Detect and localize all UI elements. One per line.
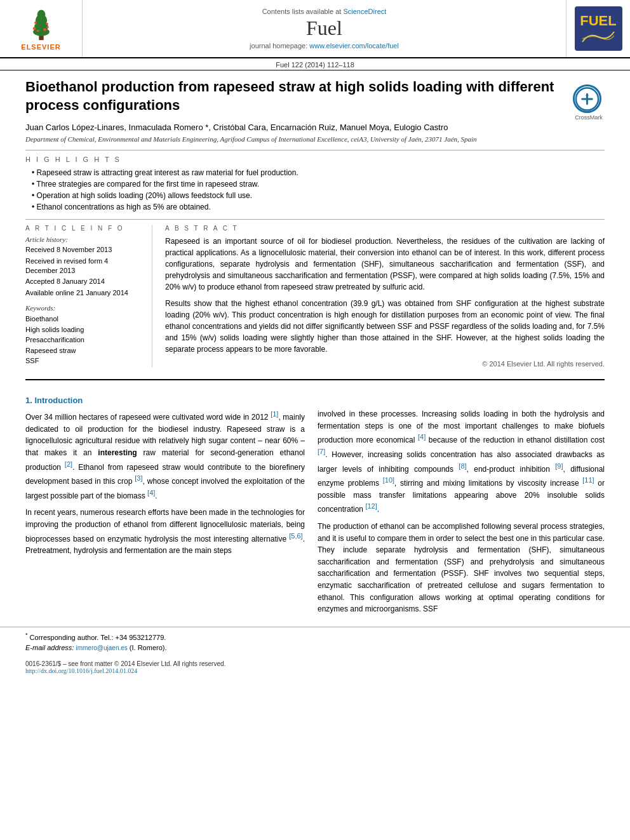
ref-3[interactable]: [3] bbox=[135, 474, 142, 482]
abstract-paragraph-2: Results show that the highest ethanol co… bbox=[165, 298, 605, 355]
divider-after-highlights bbox=[25, 219, 605, 220]
accepted-date: Accepted 8 January 2014 bbox=[25, 277, 142, 286]
intro-p4: The production of ethanol can be accompl… bbox=[318, 521, 605, 615]
ref-8[interactable]: [8] bbox=[459, 462, 466, 470]
elsevier-logo-box: ELSEVIER bbox=[0, 0, 83, 57]
history-label: Article history: bbox=[25, 236, 142, 243]
fuel-logo-graphic bbox=[579, 29, 617, 45]
contents-list-text: Contents lists available at bbox=[262, 8, 344, 15]
journal-homepage-line: journal homepage: www.elsevier.com/locat… bbox=[250, 42, 399, 50]
svg-point-9 bbox=[34, 22, 37, 24]
thick-divider bbox=[25, 379, 605, 380]
highlight-item-3: Operation at high solids loading (20%) a… bbox=[32, 190, 605, 201]
highlight-item-1: Rapeseed straw is attracting great inter… bbox=[32, 167, 605, 178]
intro-left-text: Over 34 million hectares of rapeseed wer… bbox=[25, 409, 305, 557]
ref-4[interactable]: [4] bbox=[147, 489, 155, 497]
intro-p3: involved in these processes. Increasing … bbox=[318, 408, 605, 516]
svg-point-8 bbox=[46, 26, 49, 29]
footer-notes: * Corresponding author. Tel.: +34 953212… bbox=[0, 627, 630, 657]
abstract-section: A B S T R A C T Rapeseed is an important… bbox=[165, 225, 605, 368]
page-wrapper: ELSEVIER Contents lists available at Sci… bbox=[0, 0, 630, 840]
authors-line: Juan Carlos López-Linares, Inmaculada Ro… bbox=[25, 123, 605, 132]
footnote-email-link[interactable]: immero@ujaen.es bbox=[76, 644, 127, 651]
footnote-email-person: (I. Romero). bbox=[130, 644, 167, 651]
article-info-label: A R T I C L E I N F O bbox=[25, 225, 142, 232]
available-date: Available online 21 January 2014 bbox=[25, 288, 142, 298]
footnote-corresponding-text: Corresponding author. Tel.: +34 95321277… bbox=[30, 633, 166, 641]
issue-line: Fuel 122 (2014) 112–118 bbox=[0, 58, 630, 70]
keyword-5: SSF bbox=[25, 356, 142, 366]
fuel-logo: FUEL bbox=[575, 6, 622, 51]
received-date: Received 8 November 2013 bbox=[25, 245, 142, 255]
keyword-4: Rapeseed straw bbox=[25, 345, 142, 356]
email-label: E-mail address: bbox=[25, 644, 74, 651]
footnote-corresponding: * Corresponding author. Tel.: +34 953212… bbox=[25, 631, 605, 643]
homepage-label: journal homepage: bbox=[250, 42, 309, 50]
doi-link[interactable]: http://dx.doi.org/10.1016/j.fuel.2014.01… bbox=[25, 667, 225, 674]
ref-10[interactable]: [10] bbox=[383, 476, 394, 484]
content-area: Bioethanol production from rapeseed stra… bbox=[0, 70, 630, 375]
intro-p2: In recent years, numerous research effor… bbox=[25, 507, 305, 556]
paper-title-section: Bioethanol production from rapeseed stra… bbox=[25, 78, 605, 116]
keyword-3: Presaccharification bbox=[25, 335, 142, 345]
divider-after-affiliation bbox=[25, 150, 605, 150]
ref-4b[interactable]: [4] bbox=[418, 433, 426, 441]
ref-9[interactable]: [9] bbox=[555, 462, 563, 470]
page-bottom: 0016-2361/$ – see front matter © 2014 El… bbox=[0, 657, 630, 677]
sciencedirect-line: Contents lists available at ScienceDirec… bbox=[262, 8, 387, 15]
fuel-logo-text: FUEL bbox=[580, 13, 616, 29]
intro-right-text: involved in these processes. Increasing … bbox=[318, 408, 605, 615]
main-body: 1. Introduction Over 34 million hectares… bbox=[0, 384, 630, 627]
ref-12[interactable]: [12] bbox=[365, 502, 377, 510]
highlight-item-4: Ethanol concentrations as high as 5% are… bbox=[32, 201, 605, 213]
ref-1[interactable]: [1] bbox=[271, 410, 278, 418]
keywords-section: Keywords: Bioethanol High solids loading… bbox=[25, 304, 142, 366]
fuel-logo-box: FUEL bbox=[566, 0, 630, 57]
crossmark-logo: CrossMark bbox=[573, 84, 605, 116]
article-info-section: A R T I C L E I N F O Article history: R… bbox=[25, 225, 152, 368]
crossmark-text: CrossMark bbox=[573, 114, 605, 121]
highlight-item-2: Three strategies are compared for the fi… bbox=[32, 178, 605, 190]
ref-11[interactable]: [11] bbox=[582, 476, 594, 484]
footnote-email: E-mail address: immero@ujaen.es (I. Rome… bbox=[25, 643, 605, 653]
abstract-label: A B S T R A C T bbox=[165, 225, 605, 232]
body-col-left: 1. Introduction Over 34 million hectares… bbox=[25, 390, 305, 620]
elsevier-tree-logo bbox=[16, 6, 67, 41]
article-info-abstract-row: A R T I C L E I N F O Article history: R… bbox=[25, 225, 605, 368]
ref-7[interactable]: [7] bbox=[318, 448, 325, 455]
svg-point-4 bbox=[37, 10, 45, 20]
abstract-text: Rapeseed is an important source of oil f… bbox=[165, 236, 605, 355]
keyword-1: Bioethanol bbox=[25, 314, 142, 324]
intro-two-col: 1. Introduction Over 34 million hectares… bbox=[25, 390, 605, 620]
journal-center: Contents lists available at ScienceDirec… bbox=[83, 0, 566, 57]
elsevier-brand-text: ELSEVIER bbox=[21, 43, 60, 51]
highlights-list: Rapeseed straw is attracting great inter… bbox=[25, 167, 605, 213]
ref-2[interactable]: [2] bbox=[65, 460, 72, 468]
sciencedirect-link[interactable]: ScienceDirect bbox=[343, 8, 386, 15]
highlights-section: H I G H L I G H T S Rapeseed straw is at… bbox=[25, 156, 605, 213]
keyword-2: High solids loading bbox=[25, 324, 142, 335]
bottom-left: 0016-2361/$ – see front matter © 2014 El… bbox=[25, 660, 225, 674]
intro-heading: 1. Introduction bbox=[25, 396, 305, 405]
journal-header: ELSEVIER Contents lists available at Sci… bbox=[0, 0, 630, 58]
issn-text: 0016-2361/$ – see front matter © 2014 El… bbox=[25, 660, 225, 667]
body-col-right: involved in these processes. Increasing … bbox=[318, 390, 605, 620]
keywords-label: Keywords: bbox=[25, 304, 142, 312]
abstract-paragraph-1: Rapeseed is an important source of oil f… bbox=[165, 236, 605, 293]
crossmark-circle bbox=[573, 84, 601, 113]
svg-point-5 bbox=[32, 27, 36, 30]
svg-point-13 bbox=[586, 94, 589, 97]
revised-date: Received in revised form 4 December 2013 bbox=[25, 257, 142, 276]
svg-point-6 bbox=[36, 30, 39, 32]
svg-point-10 bbox=[46, 23, 48, 25]
journal-name-display: Fuel bbox=[306, 17, 342, 39]
intro-p1: Over 34 million hectares of rapeseed wer… bbox=[25, 409, 305, 502]
highlights-label: H I G H L I G H T S bbox=[25, 156, 605, 163]
paper-title: Bioethanol production from rapeseed stra… bbox=[25, 78, 573, 114]
affiliation-line: Department of Chemical, Environmental an… bbox=[25, 135, 605, 143]
footnote-star: * bbox=[25, 632, 28, 638]
svg-point-7 bbox=[43, 28, 46, 31]
copyright-line: © 2014 Elsevier Ltd. All rights reserved… bbox=[165, 360, 605, 368]
ref-5-6[interactable]: [5,6] bbox=[289, 532, 302, 540]
journal-homepage-link[interactable]: www.elsevier.com/locate/fuel bbox=[309, 42, 399, 50]
